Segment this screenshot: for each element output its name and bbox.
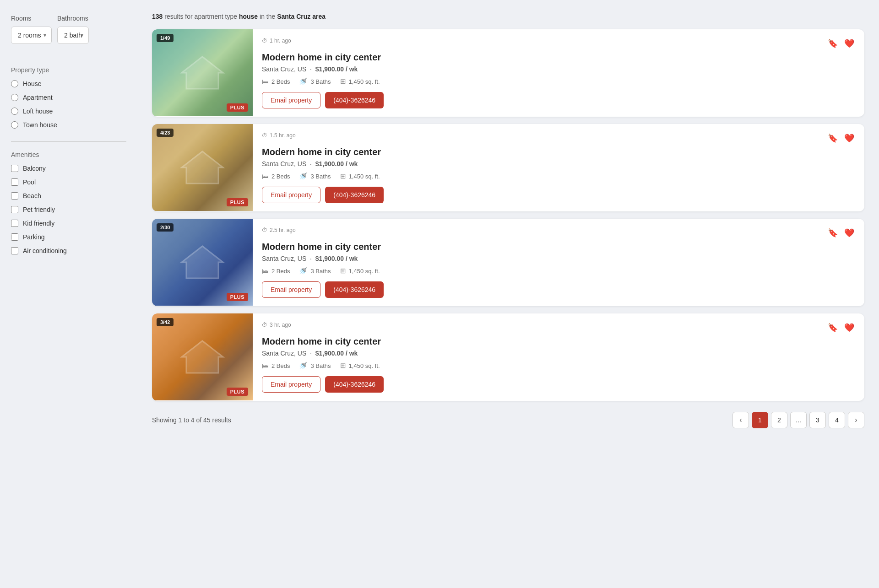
amenity-pet-friendly[interactable]: Pet friendly	[11, 206, 126, 213]
checkbox-parking[interactable]	[11, 233, 18, 241]
area-icon: ⊞	[340, 361, 346, 370]
bookmark-button[interactable]: 🔖	[827, 38, 839, 49]
checkbox-air-conditioning[interactable]	[11, 247, 18, 254]
amenity-air-conditioning[interactable]: Air conditioning	[11, 247, 126, 254]
listing-cta: Email property (404)-3626246	[262, 281, 855, 298]
page-2-button[interactable]: 2	[771, 412, 787, 428]
bookmark-icon: 🔖	[828, 228, 838, 238]
baths-detail: 🚿 3 Baths	[299, 361, 331, 370]
checkbox-balcony[interactable]	[11, 165, 18, 172]
bath-icon: 🚿	[299, 77, 308, 86]
property-type-loft[interactable]: Loft house	[11, 108, 126, 115]
checkbox-kid-friendly[interactable]	[11, 220, 18, 227]
property-type-house-label: House	[23, 80, 41, 87]
bookmark-button[interactable]: 🔖	[827, 132, 839, 144]
email-property-button[interactable]: Email property	[262, 376, 320, 393]
listing-details: 🛏 2 Beds 🚿 3 Baths ⊞ 1,450 sq. ft.	[262, 77, 855, 86]
baths-detail: 🚿 3 Baths	[299, 77, 331, 86]
property-type-apartment[interactable]: Apartment	[11, 94, 126, 101]
email-property-button[interactable]: Email property	[262, 187, 320, 203]
phone-button[interactable]: (404)-3626246	[325, 187, 384, 203]
listing-details: 🛏 2 Beds 🚿 3 Baths ⊞ 1,450 sq. ft.	[262, 172, 855, 180]
page-3-button[interactable]: 3	[809, 412, 826, 428]
heart-button[interactable]: ❤️	[843, 38, 855, 49]
heart-button[interactable]: ❤️	[843, 322, 855, 334]
property-type-section: Property type House Apartment Loft house…	[11, 66, 126, 129]
filter-dropdowns: Rooms 2 rooms 1 room 3 rooms 4 rooms 5+ …	[11, 15, 126, 44]
bookmark-button[interactable]: 🔖	[827, 227, 839, 239]
heart-icon: ❤️	[844, 133, 854, 143]
bath-icon: 🚿	[299, 267, 308, 275]
sidebar: Rooms 2 rooms 1 room 3 rooms 4 rooms 5+ …	[0, 0, 137, 588]
svg-marker-2	[182, 246, 223, 278]
listing-image-wrapper: 4/23 PLUS	[152, 124, 253, 211]
amenity-pool[interactable]: Pool	[11, 178, 126, 186]
checkbox-pool[interactable]	[11, 178, 18, 186]
radio-townhouse[interactable]	[11, 121, 18, 129]
main-content: 138 results for apartment type house in …	[137, 0, 879, 588]
checkbox-beach[interactable]	[11, 192, 18, 200]
bookmark-icon: 🔖	[828, 38, 838, 49]
listing-info: ⏱ 2.5 hr. ago 🔖 ❤️ Modern home in city c…	[253, 219, 864, 306]
phone-button[interactable]: (404)-3626246	[325, 92, 384, 108]
radio-apartment[interactable]	[11, 94, 18, 101]
checkbox-pet-friendly[interactable]	[11, 206, 18, 213]
listing-card: 3/42 PLUS ⏱ 3 hr. ago 🔖 ❤️	[152, 313, 864, 401]
area-detail: ⊞ 1,450 sq. ft.	[340, 172, 380, 180]
clock-icon: ⏱	[262, 132, 267, 139]
baths-detail: 🚿 3 Baths	[299, 267, 331, 275]
page-1-button[interactable]: 1	[752, 412, 768, 428]
listing-counter: 1/49	[157, 34, 174, 42]
listing-time: ⏱ 3 hr. ago	[262, 322, 291, 328]
area-detail: ⊞ 1,450 sq. ft.	[340, 267, 380, 275]
email-property-button[interactable]: Email property	[262, 92, 320, 108]
amenity-parking[interactable]: Parking	[11, 233, 126, 241]
radio-loft[interactable]	[11, 108, 18, 115]
bed-icon: 🛏	[262, 173, 269, 180]
listing-plus-badge: PLUS	[227, 388, 248, 396]
email-property-button[interactable]: Email property	[262, 281, 320, 298]
listing-plus-badge: PLUS	[227, 293, 248, 301]
bookmark-icon: 🔖	[828, 323, 838, 333]
listing-cta: Email property (404)-3626246	[262, 376, 855, 393]
heart-button[interactable]: ❤️	[843, 132, 855, 144]
property-type-apartment-label: Apartment	[23, 94, 53, 101]
bookmark-button[interactable]: 🔖	[827, 322, 839, 334]
bath-icon: 🚿	[299, 361, 308, 370]
amenity-beach[interactable]: Beach	[11, 192, 126, 200]
listing-counter: 2/30	[157, 223, 174, 232]
amenities-section: Amenities Balcony Pool Beach Pet friendl…	[11, 151, 126, 254]
phone-button[interactable]: (404)-3626246	[325, 281, 384, 298]
page-ellipsis: ...	[790, 412, 807, 428]
listing-image-wrapper: 1/49 PLUS	[152, 29, 253, 116]
radio-house[interactable]	[11, 80, 18, 87]
amenity-balcony[interactable]: Balcony	[11, 165, 126, 172]
area-icon: ⊞	[340, 267, 346, 275]
rooms-select[interactable]: 2 rooms 1 room 3 rooms 4 rooms 5+ rooms	[11, 27, 52, 44]
rooms-select-wrapper: 2 rooms 1 room 3 rooms 4 rooms 5+ rooms	[11, 27, 52, 44]
pagination-bar: Showing 1 to 4 of 45 results ‹ 1 2 ... 3…	[152, 412, 864, 428]
listing-location: Santa Cruz, US · $1,900.00 / wk	[262, 65, 855, 73]
next-page-button[interactable]: ›	[848, 412, 864, 428]
beds-detail: 🛏 2 Beds	[262, 77, 290, 86]
prev-page-button[interactable]: ‹	[732, 412, 749, 428]
pagination-info: Showing 1 to 4 of 45 results	[152, 416, 231, 424]
baths-detail: 🚿 3 Baths	[299, 172, 331, 180]
phone-button[interactable]: (404)-3626246	[325, 376, 384, 393]
bed-icon: 🛏	[262, 267, 269, 275]
listing-title: Modern home in city center	[262, 147, 855, 157]
amenity-kid-friendly[interactable]: Kid friendly	[11, 220, 126, 227]
listing-card: 2/30 PLUS ⏱ 2.5 hr. ago 🔖 ❤️	[152, 219, 864, 306]
heart-button[interactable]: ❤️	[843, 227, 855, 239]
amenities-label: Amenities	[11, 151, 126, 158]
property-type-townhouse[interactable]: Town house	[11, 121, 126, 129]
listing-time: ⏱ 1.5 hr. ago	[262, 132, 296, 139]
bathrooms-select[interactable]: 2 bath 1 bath 3 bath 4 bath	[57, 27, 89, 44]
page-4-button[interactable]: 4	[829, 412, 845, 428]
beds-detail: 🛏 2 Beds	[262, 172, 290, 180]
property-type-house[interactable]: House	[11, 80, 126, 87]
area-detail: ⊞ 1,450 sq. ft.	[340, 77, 380, 86]
pagination-controls: ‹ 1 2 ... 3 4 ›	[732, 412, 864, 428]
listing-location: Santa Cruz, US · $1,900.00 / wk	[262, 160, 855, 167]
bath-icon: 🚿	[299, 172, 308, 180]
